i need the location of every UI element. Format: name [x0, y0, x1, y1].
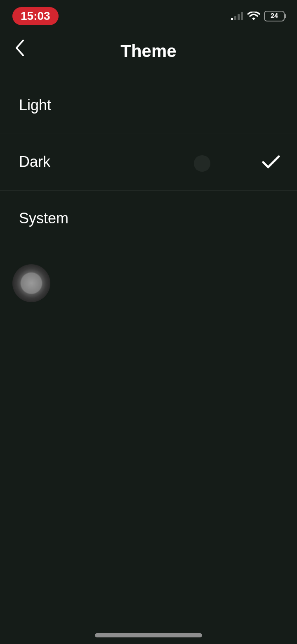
- status-right: 24: [231, 11, 285, 21]
- theme-option-list: Light Dark System: [0, 78, 297, 246]
- check-icon: [262, 152, 280, 171]
- recording-time-pill[interactable]: 15:03: [12, 7, 59, 25]
- option-label: System: [19, 210, 68, 227]
- status-bar: 15:03 24: [0, 0, 297, 29]
- header: Theme: [0, 29, 297, 78]
- theme-option-dark[interactable]: Dark: [0, 133, 297, 191]
- wifi-icon: [248, 12, 260, 21]
- back-button[interactable]: [12, 40, 28, 57]
- battery-icon: 24: [264, 11, 285, 21]
- battery-text: 24: [271, 12, 278, 20]
- page-title: Theme: [120, 41, 176, 61]
- option-label: Light: [19, 97, 51, 114]
- theme-option-system[interactable]: System: [0, 191, 297, 246]
- option-label: Dark: [19, 153, 50, 170]
- svg-rect-0: [231, 18, 233, 20]
- touch-indicator: [194, 155, 210, 172]
- assistive-touch-button[interactable]: [12, 264, 50, 302]
- svg-rect-3: [241, 12, 243, 20]
- svg-rect-1: [234, 16, 236, 20]
- cellular-signal-icon: [231, 12, 243, 20]
- svg-rect-2: [238, 14, 240, 20]
- status-time: 15:03: [21, 9, 50, 22]
- home-indicator[interactable]: [95, 633, 202, 637]
- theme-option-light[interactable]: Light: [0, 78, 297, 133]
- chevron-left-icon: [15, 40, 25, 58]
